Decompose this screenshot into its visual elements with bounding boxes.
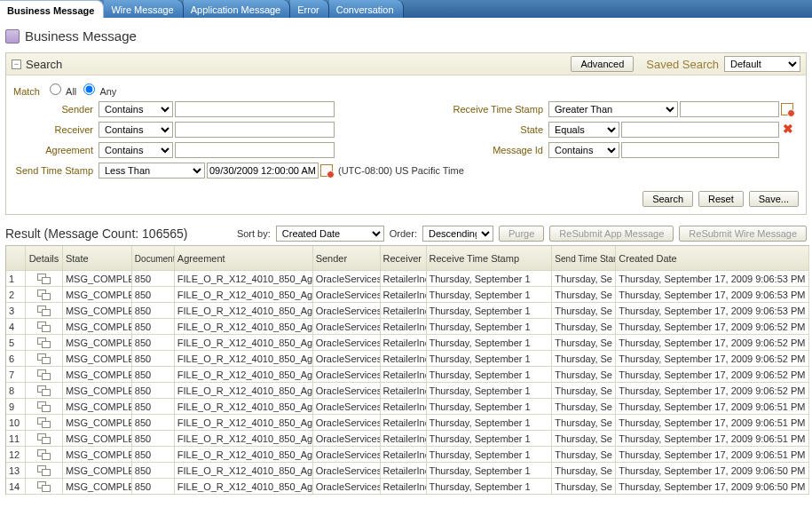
- sortby-select[interactable]: Created Date: [276, 226, 384, 242]
- table-row[interactable]: 12MSG_COMPLETE850FILE_O_R_X12_4010_850_A…: [6, 447, 809, 463]
- details-icon[interactable]: [37, 306, 50, 315]
- details-cell[interactable]: [26, 351, 63, 366]
- order-select[interactable]: Descending: [422, 226, 493, 242]
- table-row[interactable]: 14MSG_COMPLETE850FILE_O_R_X12_4010_850_A…: [6, 479, 809, 495]
- sender-cell: OracleServices: [313, 319, 381, 334]
- details-icon[interactable]: [37, 290, 50, 299]
- calendar-icon[interactable]: [781, 103, 793, 115]
- col-index: [6, 246, 26, 271]
- details-cell[interactable]: [26, 399, 63, 414]
- saved-search-select[interactable]: Default: [724, 56, 800, 72]
- match-any-radio[interactable]: [83, 83, 95, 95]
- table-row[interactable]: 5MSG_COMPLETE850FILE_O_R_X12_4010_850_Ag…: [6, 335, 809, 351]
- table-row[interactable]: 7MSG_COMPLETE850FILE_O_R_X12_4010_850_Ag…: [6, 367, 809, 383]
- details-icon[interactable]: [37, 321, 50, 331]
- agreement-input[interactable]: [175, 142, 335, 158]
- message-id-input[interactable]: [621, 142, 779, 158]
- resubmit-wire-button[interactable]: ReSubmit Wire Message: [679, 226, 807, 242]
- purge-button[interactable]: Purge: [499, 226, 544, 242]
- col-send-ts[interactable]: Send Time Stamp: [552, 246, 616, 271]
- send-ts-input[interactable]: [207, 163, 319, 179]
- receive-time-stamp-op-select[interactable]: Greater Than: [548, 101, 678, 117]
- col-receive-ts[interactable]: Receive Time Stamp: [427, 246, 553, 271]
- col-created[interactable]: Created Date: [616, 246, 809, 271]
- business-message-icon: [5, 29, 20, 44]
- col-state[interactable]: State: [63, 246, 132, 271]
- reset-button[interactable]: Reset: [698, 191, 744, 207]
- details-cell[interactable]: [26, 479, 63, 494]
- tab-business-message[interactable]: Business Message: [0, 0, 104, 18]
- receive-time-stamp-input[interactable]: [680, 101, 779, 117]
- send-ts-cell: Thursday, Se: [552, 399, 616, 414]
- match-all-radio[interactable]: [50, 83, 61, 95]
- details-icon[interactable]: [37, 274, 50, 283]
- receiver-input[interactable]: [175, 122, 335, 138]
- criteria-label: Receive Time Stamp: [442, 104, 548, 115]
- details-cell[interactable]: [26, 463, 63, 478]
- collapse-icon[interactable]: −: [12, 60, 21, 69]
- receiver-op-select[interactable]: Contains: [99, 122, 173, 138]
- details-icon[interactable]: [37, 433, 50, 443]
- details-icon[interactable]: [37, 337, 50, 347]
- details-icon[interactable]: [37, 449, 50, 459]
- message-id-op-select[interactable]: Contains: [548, 142, 619, 158]
- doctype-cell: 850: [132, 447, 175, 462]
- send-ts-op-select[interactable]: Less Than: [99, 163, 205, 179]
- table-row[interactable]: 11MSG_COMPLETE850FILE_O_R_X12_4010_850_A…: [6, 431, 809, 447]
- details-icon[interactable]: [37, 481, 50, 491]
- table-row[interactable]: 1MSG_COMPLETE850FILE_O_R_X12_4010_850_Ag…: [6, 271, 809, 287]
- table-row[interactable]: 2MSG_COMPLETE850FILE_O_R_X12_4010_850_Ag…: [6, 287, 809, 303]
- table-row[interactable]: 10MSG_COMPLETE850FILE_O_R_X12_4010_850_A…: [6, 415, 809, 431]
- details-cell[interactable]: [26, 383, 63, 398]
- result-bar: Result (Message Count: 106565) Sort by: …: [0, 215, 812, 245]
- details-cell[interactable]: [26, 447, 63, 462]
- col-sender[interactable]: Sender: [313, 246, 381, 271]
- search-button[interactable]: Search: [643, 191, 693, 207]
- table-row[interactable]: 3MSG_COMPLETE850FILE_O_R_X12_4010_850_Ag…: [6, 303, 809, 319]
- tab-error[interactable]: Error: [290, 0, 328, 18]
- details-icon[interactable]: [37, 369, 50, 379]
- agreement-op-select[interactable]: Contains: [99, 142, 173, 158]
- tab-bar: Business MessageWire MessageApplication …: [0, 0, 812, 18]
- details-cell[interactable]: [26, 415, 63, 430]
- details-cell[interactable]: [26, 367, 63, 382]
- table-row[interactable]: 9MSG_COMPLETE850FILE_O_R_X12_4010_850_Ag…: [6, 399, 809, 415]
- receiver-cell: RetailerInc: [381, 303, 427, 318]
- col-details[interactable]: Details: [26, 246, 63, 271]
- details-icon[interactable]: [37, 385, 50, 395]
- sender-input[interactable]: [175, 101, 335, 117]
- details-icon[interactable]: [37, 401, 50, 411]
- save-button[interactable]: Save...: [749, 191, 799, 207]
- state-input[interactable]: [621, 122, 779, 138]
- details-cell[interactable]: [26, 303, 63, 318]
- receive-ts-cell: Thursday, September 1: [427, 367, 553, 382]
- tab-application-message[interactable]: Application Message: [184, 0, 291, 18]
- delete-icon[interactable]: ✖: [783, 123, 795, 136]
- state-op-select[interactable]: Equals: [548, 122, 619, 138]
- tab-conversation[interactable]: Conversation: [329, 0, 404, 18]
- search-panel-header: − Search Advanced Saved Search Default: [6, 53, 806, 75]
- state-cell: MSG_COMPLETE: [63, 415, 132, 430]
- sender-op-select[interactable]: Contains: [99, 101, 173, 117]
- details-icon[interactable]: [37, 417, 50, 427]
- col-receiver[interactable]: Receiver: [381, 246, 427, 271]
- table-row[interactable]: 4MSG_COMPLETE850FILE_O_R_X12_4010_850_Ag…: [6, 319, 809, 335]
- receiver-cell: RetailerInc: [381, 415, 427, 430]
- details-cell[interactable]: [26, 319, 63, 334]
- table-row[interactable]: 13MSG_COMPLETE850FILE_O_R_X12_4010_850_A…: [6, 463, 809, 479]
- col-doctype[interactable]: Document Type: [132, 246, 175, 271]
- table-row[interactable]: 8MSG_COMPLETE850FILE_O_R_X12_4010_850_Ag…: [6, 383, 809, 399]
- tab-wire-message[interactable]: Wire Message: [104, 0, 183, 18]
- advanced-button[interactable]: Advanced: [571, 56, 634, 72]
- details-icon[interactable]: [37, 353, 50, 363]
- details-cell[interactable]: [26, 431, 63, 446]
- calendar-icon[interactable]: [320, 164, 333, 177]
- resubmit-app-button[interactable]: ReSubmit App Message: [549, 226, 674, 242]
- table-row[interactable]: 6MSG_COMPLETE850FILE_O_R_X12_4010_850_Ag…: [6, 351, 809, 367]
- details-cell[interactable]: [26, 335, 63, 350]
- col-agreement[interactable]: Agreement: [175, 246, 313, 271]
- details-icon[interactable]: [37, 465, 50, 475]
- state-cell: MSG_COMPLETE: [63, 335, 132, 350]
- details-cell[interactable]: [26, 287, 63, 302]
- details-cell[interactable]: [26, 271, 63, 286]
